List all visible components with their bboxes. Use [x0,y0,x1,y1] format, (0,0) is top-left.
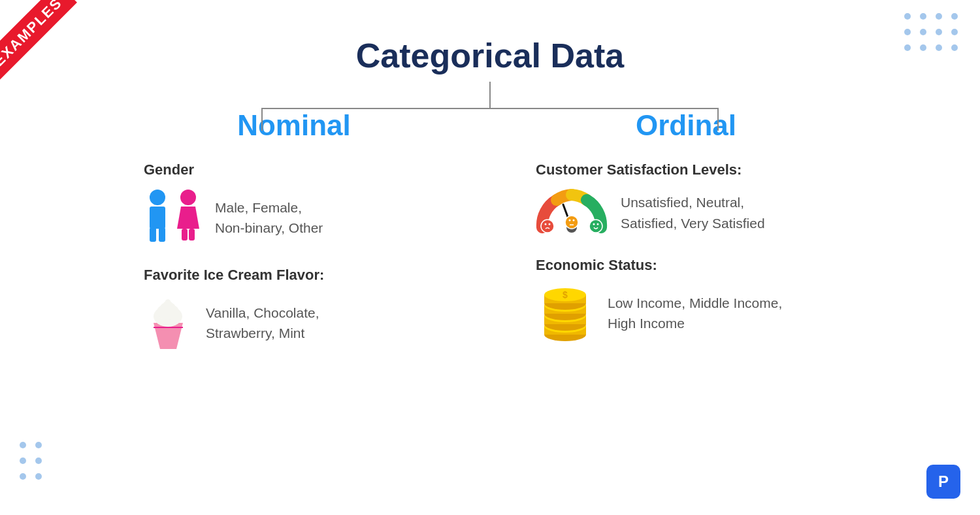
coins-svg: $ [536,284,595,342]
gender-content: Male, Female, Non-binary, Other [144,188,444,247]
ordinal-section: Ordinal Customer Satisfaction Levels: [523,109,849,372]
svg-rect-3 [159,227,165,242]
svg-point-17 [541,220,554,233]
economic-section: Economic Status: [523,257,849,342]
icecream-values: Vanilla, Chocolate, Strawberry, Mint [206,303,319,344]
svg-point-24 [569,220,571,222]
satisfaction-section: Customer Satisfaction Levels: [523,161,849,237]
examples-ribbon: EXAMPLES [0,0,105,105]
icecream-label: Favorite Ice Cream Flavor: [144,267,444,284]
ribbon-label: EXAMPLES [0,0,77,81]
gender-label: Gender [144,161,444,178]
page-title: Categorical Data [356,0,624,82]
economic-values: Low Income, Middle Income, High Income [608,293,782,334]
decorative-dots-top-right [904,13,960,54]
svg-point-0 [150,190,165,205]
satisfaction-icon [536,188,608,237]
svg-rect-2 [150,227,156,242]
male-icon [144,188,171,247]
tree-diagram: Nominal Gender [131,82,849,372]
svg-point-4 [180,190,196,205]
female-icon [174,188,202,247]
icecream-icon [144,293,193,352]
svg-point-20 [589,220,602,233]
nominal-title: Nominal [131,109,457,142]
svg-point-22 [597,224,599,225]
icecream-svg [144,293,193,352]
tree-branch-right [717,108,719,131]
svg-point-19 [549,224,551,225]
gender-icons [144,188,202,247]
svg-marker-5 [177,207,199,229]
coins-icon: $ [536,284,595,342]
icecream-section: Favorite Ice Cream Flavor: [131,267,457,352]
gender-section: Gender [131,161,457,247]
nominal-section: Nominal Gender [131,109,457,372]
svg-point-21 [593,224,595,225]
icecream-content: Vanilla, Chocolate, Strawberry, Mint [144,293,444,352]
economic-content: $ Low Income, Middle Income, High Income [536,284,836,342]
svg-point-25 [573,220,575,222]
logo-badge: P [926,465,960,499]
svg-rect-6 [182,229,188,241]
economic-label: Economic Status: [536,257,836,274]
satisfaction-values: Unsatisfied, Neutral, Satisfied, Very Sa… [621,192,765,233]
svg-rect-7 [189,229,195,241]
tree-root-line [489,82,491,108]
svg-point-13 [165,299,171,305]
tree-branch-left [261,108,263,131]
tree-leaves: Nominal Gender [131,109,849,372]
svg-text:$: $ [563,290,568,300]
svg-rect-1 [150,207,165,229]
satisfaction-label: Customer Satisfaction Levels: [536,161,836,178]
gauge-svg [536,188,608,237]
svg-point-23 [565,216,578,229]
satisfaction-content: Unsatisfied, Neutral, Satisfied, Very Sa… [536,188,836,237]
logo-letter: P [938,473,949,491]
tree-horizontal-bar [261,108,719,109]
gender-values: Male, Female, Non-binary, Other [215,197,323,239]
decorative-dots-bottom-left [20,442,44,482]
svg-point-18 [545,224,547,225]
ordinal-title: Ordinal [523,109,849,142]
